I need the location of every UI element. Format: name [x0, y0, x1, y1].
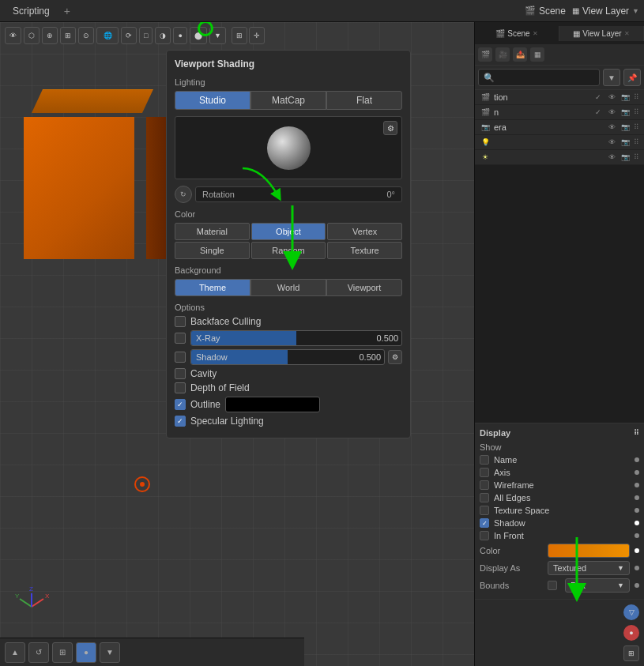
cavity-checkbox[interactable]: [175, 368, 186, 379]
studio-tab[interactable]: Studio: [175, 91, 250, 110]
backface-culling-checkbox[interactable]: [175, 316, 186, 327]
show-gizmos-button[interactable]: ✛: [249, 27, 265, 44]
scene-tab[interactable]: 🎬 Scene ✕: [475, 26, 559, 41]
bg-viewport-tab[interactable]: Viewport: [326, 279, 402, 296]
item-dots-1[interactable]: ⠿: [634, 108, 639, 116]
view-menu-button[interactable]: 👁: [5, 27, 21, 44]
display-in-front-checkbox[interactable]: [480, 531, 489, 540]
item-check-1[interactable]: ✓: [593, 107, 604, 118]
outline-color-swatch[interactable]: [225, 397, 320, 412]
outline-checkbox[interactable]: [175, 399, 186, 410]
output-icon-btn[interactable]: 📤: [513, 47, 527, 62]
xray-checkbox[interactable]: [175, 333, 186, 344]
outline-item-light1[interactable]: 💡 👁 📷 ⠿: [475, 135, 644, 150]
view-layer-expand[interactable]: ▼: [632, 7, 639, 15]
wireframe-button[interactable]: □: [139, 27, 153, 44]
view-layer-icon-btn[interactable]: ▦: [530, 47, 544, 62]
display-color-swatch[interactable]: [548, 544, 630, 558]
grid-icon-btn[interactable]: ⊞: [623, 645, 639, 661]
item-dots-0[interactable]: ⠿: [634, 93, 639, 101]
depth-of-field-checkbox[interactable]: [175, 382, 186, 393]
add-workspace-button[interactable]: +: [61, 5, 73, 17]
color-vertex-button[interactable]: Vertex: [327, 223, 402, 240]
material-preview-button[interactable]: ●: [173, 27, 186, 44]
shading-dropdown-button[interactable]: ▼: [209, 27, 226, 44]
display-all-edges-dot[interactable]: [635, 495, 639, 500]
display-name-dot[interactable]: [635, 457, 639, 462]
global-button[interactable]: 🌐: [96, 27, 119, 44]
color-single-button[interactable]: Single: [175, 242, 250, 259]
view-layer-close-icon[interactable]: ✕: [624, 30, 630, 37]
filter-icon-btn[interactable]: ▽: [623, 604, 639, 620]
display-shadow-dot[interactable]: [635, 521, 639, 525]
display-wireframe-checkbox[interactable]: [480, 480, 489, 490]
snap-toggle-button[interactable]: ↺: [28, 642, 49, 663]
display-as-dot[interactable]: [635, 566, 639, 570]
layout-mode-button[interactable]: ⊞: [60, 27, 76, 44]
scene-close-icon[interactable]: ✕: [533, 30, 538, 37]
object-icon-btn[interactable]: ●: [623, 625, 639, 641]
rotation-icon[interactable]: ↻: [175, 186, 192, 203]
solid-button[interactable]: ◑: [155, 27, 171, 44]
display-texture-space-checkbox[interactable]: [480, 506, 489, 515]
item-check-0[interactable]: ✓: [593, 92, 604, 103]
bg-world-tab[interactable]: World: [250, 279, 326, 296]
item-cam-light2[interactable]: 📷: [620, 152, 631, 163]
color-random-button[interactable]: Random: [251, 242, 326, 259]
display-all-edges-checkbox[interactable]: [480, 493, 489, 502]
outline-item-light2[interactable]: ☀ 👁 📷 ⠿: [475, 150, 644, 165]
xray-slider[interactable]: X-Ray 0.500: [190, 330, 402, 346]
viewport[interactable]: 👁 ⬡ ⊕ ⊞ ⊙ 🌐 ⟳ □ ◑ ● ⬤ ▼ ⊞ ✛: [0, 22, 474, 666]
display-as-dropdown[interactable]: Textured ▼: [548, 561, 630, 575]
search-input[interactable]: [478, 69, 600, 86]
show-overlays-button[interactable]: ⊞: [232, 27, 247, 44]
view-layer-tab[interactable]: ▦ View Layer ✕: [559, 26, 644, 41]
scene-icon-btn[interactable]: 🎬: [478, 47, 492, 62]
outline-item-1[interactable]: 🎬 n ✓ 👁 📷 ⠿: [475, 105, 644, 120]
filter-button[interactable]: ▼: [603, 69, 620, 86]
shadow-settings-button[interactable]: ⚙: [388, 350, 402, 364]
flat-tab[interactable]: Flat: [326, 91, 402, 110]
item-eye-0[interactable]: 👁: [606, 92, 617, 103]
display-axis-dot[interactable]: [635, 470, 639, 475]
outline-item-camera[interactable]: 📷 era 👁 📷 ⠿: [475, 120, 644, 135]
lighting-settings-button[interactable]: ⚙: [383, 121, 397, 135]
select-mode-button[interactable]: ⬡: [24, 27, 40, 44]
matcap-tab[interactable]: MatCap: [250, 91, 326, 110]
item-dots-light2[interactable]: ⠿: [634, 153, 639, 161]
item-dots-light1[interactable]: ⠿: [634, 138, 639, 146]
pin-button[interactable]: 📌: [623, 69, 641, 86]
item-camera-0[interactable]: 📷: [620, 92, 631, 103]
transform-button[interactable]: ⟳: [121, 27, 137, 44]
display-color-dot[interactable]: [635, 548, 639, 553]
viewport-shading-button[interactable]: ●: [76, 642, 96, 663]
shadow-checkbox[interactable]: [175, 352, 186, 363]
item-dots-camera[interactable]: ⠿: [634, 123, 639, 131]
display-name-checkbox[interactable]: [480, 455, 489, 465]
display-in-front-dot[interactable]: [635, 533, 639, 538]
item-eye-light2[interactable]: 👁: [606, 152, 617, 163]
color-texture-button[interactable]: Texture: [327, 242, 402, 259]
color-material-button[interactable]: Material: [175, 223, 250, 240]
display-dots[interactable]: ⠿: [634, 429, 639, 437]
display-axis-checkbox[interactable]: [480, 468, 489, 477]
item-eye-1[interactable]: 👁: [606, 107, 617, 118]
snap-button[interactable]: ⊙: [78, 27, 94, 44]
rendered-button[interactable]: ⬤: [190, 27, 207, 44]
item-eye-camera[interactable]: 👁: [606, 122, 617, 133]
shadow-slider[interactable]: Shadow 0.500: [190, 349, 385, 365]
specular-lighting-checkbox[interactable]: [175, 416, 186, 427]
scripting-tab[interactable]: Scripting: [5, 3, 58, 19]
item-cam-light1[interactable]: 📷: [620, 137, 631, 148]
display-bounds-dot[interactable]: [635, 583, 639, 588]
display-wireframe-dot[interactable]: [635, 483, 639, 487]
display-texture-space-dot[interactable]: [635, 508, 639, 513]
rotation-field[interactable]: Rotation 0°: [195, 186, 402, 202]
display-bounds-dropdown[interactable]: Box ▼: [565, 578, 630, 593]
item-cam-camera[interactable]: 📷: [620, 122, 631, 133]
display-shadow-checkbox[interactable]: ✓: [480, 518, 489, 528]
cursor-button[interactable]: ⊕: [42, 27, 58, 44]
viewport-overlay-button[interactable]: ▼: [100, 642, 120, 663]
transform-orient-button[interactable]: ▲: [5, 642, 25, 663]
item-cam-1[interactable]: 📷: [620, 107, 631, 118]
